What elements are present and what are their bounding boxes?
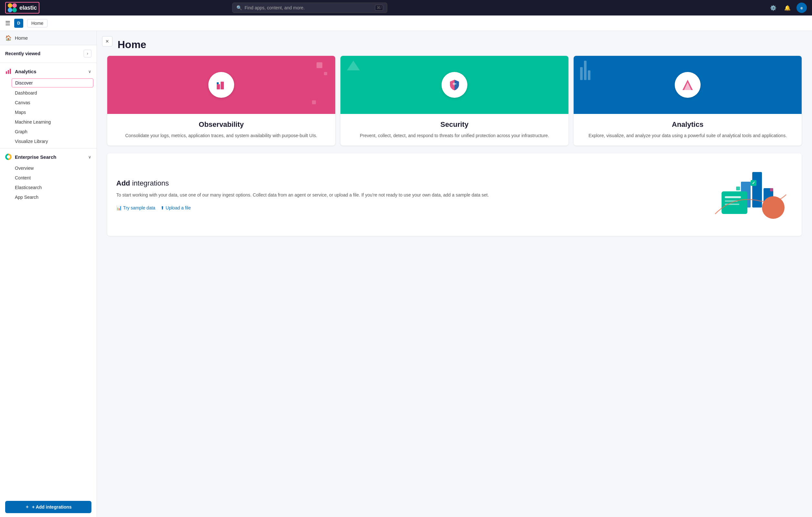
- upload-file-link[interactable]: ⬆ Upload a file: [161, 205, 191, 210]
- svg-rect-1: [8, 70, 9, 74]
- integrations-title: Add integrations: [116, 179, 692, 187]
- svg-rect-14: [722, 191, 747, 214]
- sidebar-item-elasticsearch[interactable]: Elasticsearch: [0, 183, 96, 192]
- svg-point-18: [762, 196, 785, 219]
- sidebar-item-overview[interactable]: Overview: [0, 163, 96, 173]
- security-body: Security Prevent, collect, detect, and r…: [341, 114, 569, 146]
- integrations-section: Add integrations To start working with y…: [107, 153, 802, 236]
- recently-viewed-expand[interactable]: ›: [84, 50, 91, 57]
- observability-logo-svg: [214, 78, 228, 92]
- analytics-chevron-icon: ∨: [88, 69, 91, 74]
- analytics-banner: [574, 56, 802, 114]
- try-sample-icon: 📊: [116, 205, 122, 210]
- observability-body: Observability Consolidate your logs, met…: [107, 114, 335, 146]
- sidebar-item-canvas[interactable]: Canvas: [0, 98, 96, 108]
- top-bar-actions: ⚙️ 🔔 e: [768, 3, 807, 13]
- add-integrations-button[interactable]: ＋ + Add integrations: [5, 501, 91, 513]
- dept-avatar: D: [14, 19, 23, 28]
- svg-text:✓: ✓: [752, 181, 755, 185]
- elastic-logo[interactable]: elastic: [5, 2, 39, 13]
- add-integrations-label: + Add integrations: [32, 505, 72, 510]
- security-banner: [341, 56, 569, 114]
- sidebar-home[interactable]: 🏠 Home: [0, 31, 96, 45]
- divider-1: [0, 63, 96, 63]
- observability-logo: [208, 72, 234, 98]
- analytics-card[interactable]: Analytics Explore, visualize, and analyz…: [574, 56, 802, 146]
- svg-rect-21: [736, 186, 740, 190]
- observability-desc: Consolidate your logs, metrics, applicat…: [114, 132, 329, 139]
- recently-viewed-title: Recently viewed: [5, 51, 40, 56]
- security-title: Security: [347, 120, 562, 129]
- analytics-desc: Explore, visualize, and analyze your dat…: [580, 132, 795, 139]
- layout: 🏠 Home Recently viewed › Analytics ∨: [0, 31, 812, 517]
- home-button[interactable]: Home: [27, 19, 48, 27]
- svg-rect-5: [217, 82, 219, 84]
- analytics-card-title: Analytics: [580, 120, 795, 129]
- analytics-logo: [675, 72, 701, 98]
- security-logo-svg: [447, 78, 462, 92]
- enterprise-chevron-icon: ∨: [88, 155, 91, 159]
- integrations-desc: To start working with your data, use one…: [116, 191, 692, 199]
- svg-rect-15: [725, 196, 741, 198]
- search-shortcut: ⌘/: [375, 5, 383, 11]
- security-card[interactable]: Security Prevent, collect, detect, and r…: [341, 56, 569, 146]
- integrations-text: Add integrations To start working with y…: [116, 179, 692, 210]
- home-icon: 🏠: [5, 35, 11, 41]
- sidebar-home-label: Home: [15, 35, 28, 41]
- enterprise-search-title: Enterprise Search: [15, 154, 56, 160]
- hamburger-button[interactable]: ☰: [5, 20, 10, 27]
- try-sample-data-link[interactable]: 📊 Try sample data: [116, 205, 155, 210]
- page-title: Home: [97, 31, 812, 56]
- sidebar-item-machine-learning[interactable]: Machine Learning: [0, 117, 96, 127]
- upload-file-label: Upload a file: [166, 205, 191, 210]
- svg-rect-2: [10, 69, 11, 74]
- analytics-body: Analytics Explore, visualize, and analyz…: [574, 114, 802, 146]
- user-avatar[interactable]: e: [796, 3, 807, 13]
- analytics-section-title: Analytics: [15, 69, 36, 74]
- observability-title: Observability: [114, 120, 329, 129]
- sidebar-item-discover[interactable]: Discover: [11, 79, 93, 87]
- sidebar-item-maps[interactable]: Maps: [0, 108, 96, 117]
- svg-rect-22: [770, 188, 773, 191]
- integrations-illustration: ✓: [702, 162, 793, 227]
- logo-icon: [8, 3, 17, 12]
- svg-rect-3: [217, 84, 220, 89]
- sidebar-item-graph[interactable]: Graph: [0, 127, 96, 136]
- observability-banner: [107, 56, 335, 114]
- svg-rect-4: [221, 82, 224, 89]
- sidebar-item-content[interactable]: Content: [0, 173, 96, 183]
- enterprise-search-section-header[interactable]: Enterprise Search ∨: [0, 150, 96, 163]
- analytics-section-header[interactable]: Analytics ∨: [0, 65, 96, 78]
- second-bar: ☰ D Home: [0, 16, 812, 31]
- search-placeholder: Find apps, content, and more.: [244, 5, 372, 10]
- sidebar-item-visualize-library[interactable]: Visualize Library: [0, 136, 96, 146]
- analytics-section-icon: [5, 68, 11, 74]
- svg-rect-0: [6, 71, 7, 74]
- top-bar: elastic 🔍 Find apps, content, and more. …: [0, 0, 812, 16]
- add-integrations-icon: ＋: [25, 504, 29, 510]
- analytics-logo-svg: [680, 78, 695, 92]
- security-desc: Prevent, collect, detect, and respond to…: [347, 132, 562, 139]
- sidebar-item-dashboard[interactable]: Dashboard: [0, 88, 96, 98]
- analytics-header-left: Analytics: [5, 68, 36, 74]
- recently-viewed-header: Recently viewed ›: [0, 45, 96, 61]
- search-bar[interactable]: 🔍 Find apps, content, and more. ⌘/: [232, 3, 387, 13]
- close-button[interactable]: ✕: [102, 36, 112, 47]
- svg-rect-11: [752, 172, 762, 208]
- sidebar: 🏠 Home Recently viewed › Analytics ∨: [0, 31, 97, 517]
- try-sample-label: Try sample data: [123, 205, 155, 210]
- notifications-icon[interactable]: 🔔: [782, 3, 793, 13]
- search-icon: 🔍: [236, 5, 242, 10]
- svg-rect-7: [454, 82, 455, 86]
- integrations-actions: 📊 Try sample data ⬆ Upload a file: [116, 205, 692, 210]
- observability-card[interactable]: Observability Consolidate your logs, met…: [107, 56, 335, 146]
- security-logo: [441, 72, 467, 98]
- enterprise-search-icon: [5, 154, 11, 160]
- enterprise-header-left: Enterprise Search: [5, 154, 56, 160]
- main-content: ✕ Home: [97, 31, 812, 517]
- sidebar-item-app-search[interactable]: App Search: [0, 192, 96, 202]
- solution-cards: Observability Consolidate your logs, met…: [97, 56, 812, 153]
- elastic-text: elastic: [19, 4, 37, 11]
- integrations-svg: ✓: [702, 162, 793, 227]
- settings-icon[interactable]: ⚙️: [768, 3, 778, 13]
